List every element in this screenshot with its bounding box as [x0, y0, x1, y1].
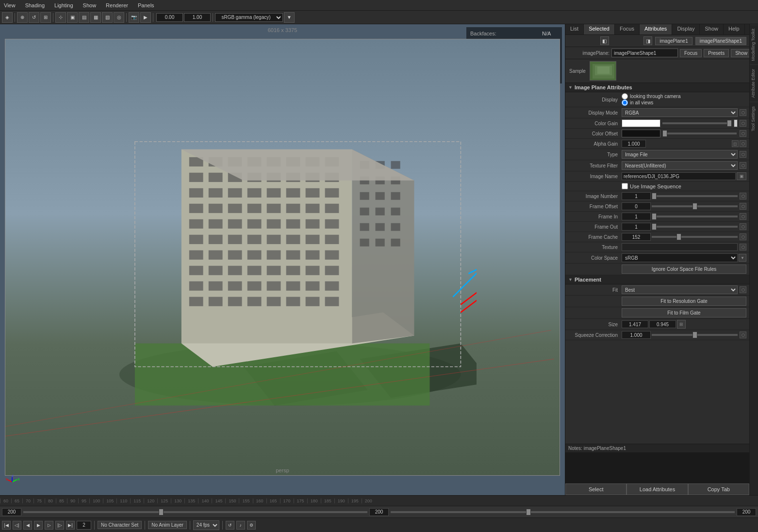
- frame-offset-link[interactable]: ⬡: [740, 203, 746, 210]
- tab-display[interactable]: Display: [672, 24, 700, 34]
- menu-renderer[interactable]: Renderer: [104, 1, 130, 9]
- toolbar-move-btn[interactable]: ⊕: [17, 12, 28, 23]
- type-link[interactable]: ⬡: [740, 151, 746, 158]
- loop-btn[interactable]: ↺: [226, 521, 234, 530]
- size-link-icon[interactable]: ⊞: [677, 320, 686, 329]
- select-btn[interactable]: Select: [565, 483, 626, 495]
- tab-attributes[interactable]: Attributes: [640, 24, 672, 34]
- transport-next-key-btn[interactable]: |▷: [55, 521, 64, 530]
- colorspace-select[interactable]: sRGB gamma (legacy): [215, 13, 283, 22]
- obj-tab-2[interactable]: imagePlaneShape1: [695, 37, 746, 45]
- image-number-slider[interactable]: [652, 195, 738, 197]
- translate-y-input[interactable]: [184, 13, 211, 22]
- size-h-input[interactable]: [649, 320, 676, 328]
- transport-next-btn[interactable]: ▷: [45, 521, 53, 530]
- audio-btn[interactable]: ♪: [236, 521, 245, 530]
- menu-show[interactable]: Show: [81, 1, 99, 9]
- color-gain-swatch[interactable]: [622, 119, 660, 127]
- focus-button[interactable]: Focus: [680, 49, 702, 57]
- toolbar-select-btn[interactable]: ◈: [2, 12, 13, 23]
- type-dropdown[interactable]: Image File: [622, 150, 738, 159]
- presets-button[interactable]: Presets: [704, 49, 729, 57]
- toolbar-cam-btn[interactable]: 📷: [129, 12, 139, 23]
- expand-icon[interactable]: ◨: [643, 36, 652, 45]
- show-button[interactable]: Show: [731, 49, 752, 57]
- section-image-plane-header[interactable]: ▼ Image Plane Attributes: [565, 83, 749, 92]
- toolbar-solid-btn[interactable]: ▦: [90, 12, 101, 23]
- texture-link[interactable]: ⬡: [740, 244, 746, 250]
- toolbar-wireframe-btn[interactable]: ▣: [67, 12, 78, 23]
- frame-cache-slider[interactable]: [652, 236, 738, 238]
- color-offset-slider[interactable]: [662, 133, 737, 134]
- toolbar-snap-btn[interactable]: ⊹: [55, 12, 66, 23]
- color-gain-link[interactable]: ⬡: [740, 120, 746, 127]
- toolbar-scale-btn[interactable]: ⊞: [40, 12, 51, 23]
- image-browse-btn[interactable]: ▣: [737, 172, 746, 180]
- frame-cache-link[interactable]: ⬡: [740, 233, 746, 240]
- frame-offset-slider[interactable]: [652, 205, 738, 207]
- menu-shading[interactable]: Shading: [23, 1, 47, 9]
- color-offset-swatch[interactable]: [622, 130, 660, 137]
- side-tab-attribute[interactable]: Attribute Editor: [750, 65, 758, 102]
- squeeze-corr-input[interactable]: [622, 331, 651, 339]
- image-number-link[interactable]: ⬡: [740, 193, 746, 200]
- toolbar-rotate-btn[interactable]: ↺: [29, 12, 39, 23]
- notes-textarea[interactable]: [565, 453, 749, 482]
- tab-help[interactable]: Help: [724, 24, 745, 34]
- toolbar-texture-btn[interactable]: ▧: [102, 12, 113, 23]
- alpha-gain-link[interactable]: ◫: [732, 140, 739, 147]
- frame-out-link[interactable]: ⬡: [740, 223, 746, 230]
- section-placement-header[interactable]: ▼ Placement: [565, 275, 749, 284]
- range-start-input[interactable]: [2, 508, 21, 516]
- ignore-cs-button[interactable]: Ignore Color Space File Rules: [622, 265, 746, 274]
- squeeze-corr-link[interactable]: ⬡: [740, 332, 746, 338]
- frame-offset-input[interactable]: [622, 202, 651, 210]
- frame-out-input[interactable]: [622, 223, 651, 231]
- frame-in-link[interactable]: ⬡: [740, 213, 746, 220]
- translate-x-input[interactable]: [156, 13, 183, 22]
- fit-dropdown[interactable]: Best: [622, 285, 738, 294]
- range-slider[interactable]: [23, 511, 367, 513]
- settings-btn[interactable]: ⚙: [247, 521, 256, 530]
- obj-tab-1[interactable]: imagePlane1: [655, 37, 692, 45]
- fit-link[interactable]: ⬡: [740, 286, 746, 293]
- image-number-input[interactable]: [622, 192, 651, 200]
- transport-play-btn[interactable]: ▶: [34, 521, 43, 530]
- range-slider-2[interactable]: [391, 511, 735, 513]
- load-attributes-btn[interactable]: Load Attributes: [626, 483, 688, 495]
- menu-lighting[interactable]: Lighting: [52, 1, 75, 9]
- viewport-3d[interactable]: persp: [5, 39, 560, 476]
- squeeze-corr-slider[interactable]: [652, 334, 738, 336]
- toolbar-light-btn[interactable]: ◎: [114, 12, 124, 23]
- frame-cache-input[interactable]: [622, 233, 651, 241]
- color-space-expand-icon[interactable]: ▼: [739, 254, 746, 262]
- transport-start-btn[interactable]: |◀: [2, 521, 11, 530]
- current-frame-input[interactable]: [77, 521, 91, 530]
- fit-to-resolution-gate-button[interactable]: Fit to Resolution Gate: [622, 297, 746, 306]
- menu-view[interactable]: View: [2, 1, 17, 9]
- obj-name-input[interactable]: [611, 49, 678, 57]
- attributes-scroll[interactable]: ▼ Image Plane Attributes Display looking…: [565, 83, 749, 444]
- alpha-gain-input[interactable]: [622, 140, 646, 148]
- frame-in-input[interactable]: [622, 213, 651, 220]
- color-gain-slider[interactable]: [662, 122, 732, 124]
- viewport-area[interactable]: 6016 x 3375 Backfaces: N/A Smoothness: N…: [0, 24, 565, 495]
- size-w-input[interactable]: [622, 320, 648, 328]
- frame-out-slider[interactable]: [652, 226, 738, 228]
- color-space-dropdown[interactable]: sRGB: [622, 253, 738, 262]
- color-offset-link[interactable]: ⬡: [740, 130, 746, 137]
- transport-prev-key-btn[interactable]: ◁|: [13, 521, 21, 530]
- toolbar-render-btn[interactable]: ▶: [140, 12, 151, 23]
- fps-dropdown[interactable]: 24 fps: [193, 520, 219, 530]
- tab-selected[interactable]: Selected: [584, 24, 615, 34]
- no-anim-layer-btn[interactable]: No Anim Layer: [148, 521, 187, 529]
- display-mode-link-icon[interactable]: ⬡: [740, 109, 746, 116]
- fit-to-film-gate-button[interactable]: Fit to Film Gate: [622, 308, 746, 317]
- menu-panels[interactable]: Panels: [136, 1, 156, 9]
- tab-list[interactable]: List: [565, 24, 584, 34]
- display-radio-through-camera[interactable]: [622, 93, 628, 100]
- range-mid-input[interactable]: [369, 508, 389, 516]
- texture-filter-dropdown[interactable]: Nearest(Unfiltered): [622, 161, 738, 170]
- range-end-input[interactable]: [737, 508, 756, 516]
- image-name-input[interactable]: [622, 172, 736, 180]
